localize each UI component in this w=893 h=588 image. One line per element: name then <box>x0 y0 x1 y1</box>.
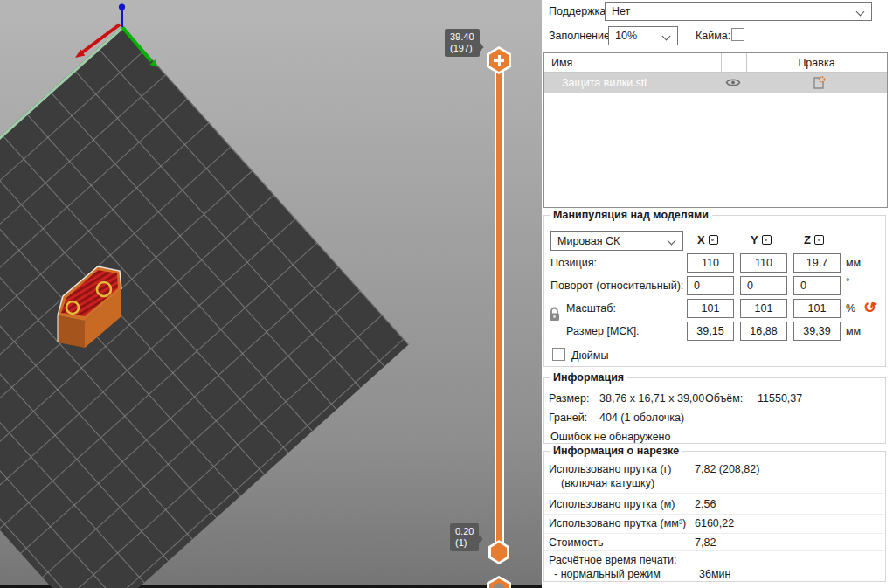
support-label: Поддержка: <box>549 5 609 17</box>
coord-system-select[interactable]: Мировая СК <box>550 231 683 251</box>
table-row[interactable]: Защита вилки.stl <box>544 73 887 93</box>
inches-checkbox[interactable] <box>552 348 565 361</box>
axis-origin-icon <box>762 235 772 245</box>
filament-meters-value: 2,56 <box>695 498 716 510</box>
visibility-eye-icon[interactable] <box>725 77 741 91</box>
settings-panel: Поддержка: Нет Заполнение: 10% Кайма: Им… <box>542 0 893 588</box>
lock-icon[interactable] <box>548 307 561 324</box>
rotation-label: Поворот (относительный): <box>550 280 683 292</box>
filament-mm3-label: Использовано прутка (мм³) <box>549 517 686 529</box>
print-time-label: Расчётное время печати: <box>549 554 677 566</box>
axis-header-x: X <box>697 233 718 246</box>
rotation-z-input[interactable] <box>793 276 841 295</box>
filament-grams-label: Использовано прутка (г) <box>549 463 671 475</box>
layer-slider-top-tooltip: 39.40 (197) <box>445 29 480 57</box>
position-y-input[interactable] <box>740 253 787 273</box>
infill-label: Заполнение: <box>549 30 613 42</box>
position-x-input[interactable] <box>687 253 734 273</box>
filament-grams-value: 7,82 (208,82) <box>695 463 759 475</box>
manipulation-title: Манипуляция над моделями <box>550 209 712 221</box>
info-faces-label: Граней: <box>549 412 587 424</box>
rotation-x-input[interactable] <box>687 276 734 295</box>
scale-x-input[interactable] <box>687 299 734 318</box>
chevron-down-icon <box>856 8 865 17</box>
info-errors-text: Ошибок не обнаружено <box>550 431 670 443</box>
column-header-name: Имя <box>551 57 572 69</box>
print-time-mode-label: - нормальный режим <box>554 568 661 580</box>
size-unit: мм <box>846 325 861 337</box>
build-plate-scene[interactable] <box>0 0 542 588</box>
models-table[interactable]: Имя Правка Защита вилки.stl <box>543 52 888 208</box>
layer-slider-track[interactable] <box>495 54 504 557</box>
info-size-value: 38,76 x 16,71 x 39,00 <box>599 392 704 405</box>
info-faces-value: 404 (1 оболочка) <box>599 412 684 424</box>
scale-y-input[interactable] <box>740 299 787 318</box>
position-label: Позиция: <box>550 257 597 269</box>
filament-meters-label: Использовано прутка (м) <box>549 498 675 510</box>
chevron-down-icon <box>668 237 676 246</box>
filament-mm3-value: 6160,22 <box>695 517 734 529</box>
model-file-name: Защита вилки.stl <box>562 77 647 89</box>
layer-slider-bottom-tooltip: 0.20 (1) <box>450 523 479 551</box>
slice-info-title: Информация о нарезке <box>550 445 682 457</box>
3d-viewport[interactable]: 39.40 (197) 0.20 (1) <box>0 0 542 588</box>
size-y-input[interactable] <box>740 322 787 341</box>
print-time-value: 36мин <box>699 568 730 580</box>
cost-label: Стоимость <box>549 536 604 549</box>
scale-label: Масштаб: <box>566 302 616 315</box>
axis-header-y: Y <box>751 233 772 246</box>
info-volume-label: Объём: <box>705 392 743 405</box>
size-z-input[interactable] <box>793 322 841 341</box>
position-z-input[interactable] <box>793 253 841 273</box>
column-header-edit: Правка <box>746 57 887 69</box>
axis-origin-icon <box>814 235 824 245</box>
cost-value: 7,82 <box>695 536 716 549</box>
inches-label: Дюймы <box>571 349 608 362</box>
brim-label: Кайма: <box>696 30 730 42</box>
support-select[interactable]: Нет <box>605 2 872 21</box>
scale-unit: % <box>846 302 855 315</box>
axis-header-z: Z <box>804 233 824 246</box>
rotation-unit: ° <box>846 276 849 287</box>
filament-grams-sublabel: (включая катушку) <box>561 477 654 489</box>
brim-checkbox[interactable] <box>731 28 744 41</box>
chevron-down-icon <box>662 32 671 41</box>
infill-select[interactable]: 10% <box>608 26 678 45</box>
size-label: Размер [МСК]: <box>566 325 640 337</box>
info-title: Информация <box>550 371 627 384</box>
slicer-app: 39.40 (197) 0.20 (1) Поддержка: Нет Запо… <box>0 0 893 588</box>
info-size-label: Размер: <box>549 392 589 405</box>
position-unit: мм <box>846 257 861 269</box>
rotation-y-input[interactable] <box>740 276 787 295</box>
scale-z-input[interactable] <box>793 299 841 318</box>
info-volume-value: 11550,37 <box>758 392 802 405</box>
axis-origin-icon <box>709 235 718 245</box>
edit-model-icon[interactable] <box>812 76 826 93</box>
size-x-input[interactable] <box>687 322 734 341</box>
